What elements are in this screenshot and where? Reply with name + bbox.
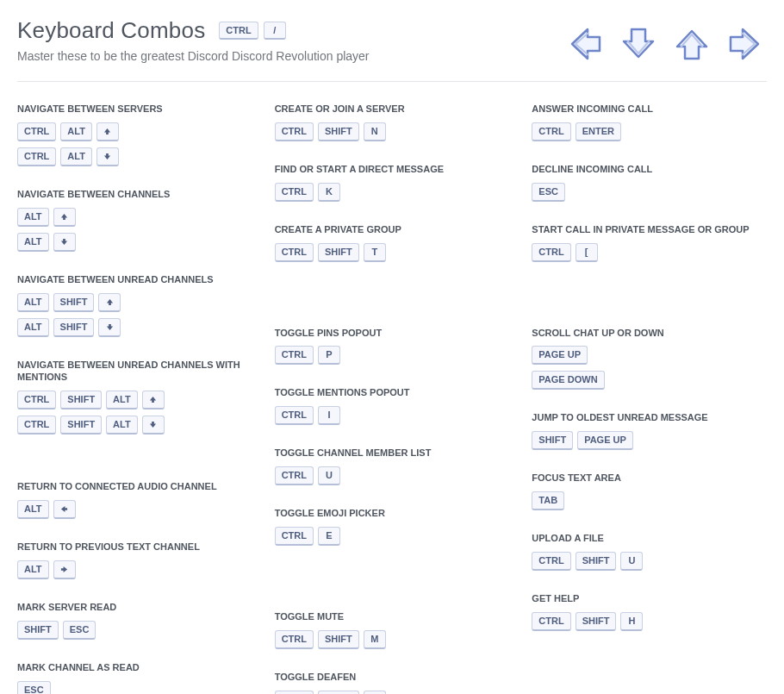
key-combo: CTRLU xyxy=(275,466,510,485)
keycap: PAGE UP xyxy=(532,346,588,365)
shortcut-group: RETURN TO CONNECTED AUDIO CHANNELALT xyxy=(17,480,252,525)
shortcut-group: GET HELPCTRLSHIFTH xyxy=(532,592,767,637)
keycap: ALT xyxy=(106,416,138,435)
keycap: SHIFT xyxy=(576,612,617,631)
key-combo: CTRLSHIFTM xyxy=(275,630,510,649)
shortcut-group: MARK CHANNEL AS READESC xyxy=(17,661,252,694)
keycap: E xyxy=(318,527,340,546)
keycap: M xyxy=(364,630,386,649)
ddr-arrows xyxy=(563,17,767,66)
ddr-arrow-up-icon xyxy=(670,22,713,66)
keycap: PAGE UP xyxy=(577,431,633,450)
ddr-arrow-down-icon xyxy=(617,22,660,66)
keycap: CTRL xyxy=(17,122,56,141)
shortcut-column: ANSWER INCOMING CALLCTRLENTERDECLINE INC… xyxy=(532,103,767,694)
keycap-arrow-up-icon xyxy=(53,208,76,227)
shortcut-label: UPLOAD A FILE xyxy=(532,532,767,545)
shortcut-group: DECLINE INCOMING CALLESC xyxy=(532,163,767,208)
keycap: CTRL xyxy=(275,527,314,546)
shortcut-group: ANSWER INCOMING CALLCTRLENTER xyxy=(532,103,767,147)
spacer xyxy=(532,284,767,327)
keycap-arrow-up-icon xyxy=(142,391,165,410)
key-combo: CTRLE xyxy=(275,527,510,546)
key-combo: CTRL[ xyxy=(532,243,767,262)
key-combo: CTRLSHIFTD xyxy=(275,691,510,694)
keycap: CTRL xyxy=(275,466,314,485)
keycap: T xyxy=(364,243,386,262)
shortcut-group: START CALL IN PRIVATE MESSAGE OR GROUPCT… xyxy=(532,223,767,268)
shortcut-group: TOGGLE MENTIONS POPOUTCTRLI xyxy=(275,386,510,431)
keycap: ALT xyxy=(17,208,49,227)
shortcut-group: CREATE OR JOIN A SERVERCTRLSHIFTN xyxy=(275,103,510,147)
page-subtitle: Master these to be the greatest Discord … xyxy=(17,49,563,63)
keycap: P xyxy=(318,346,340,365)
shortcut-label: MARK SERVER READ xyxy=(17,601,252,614)
key-combo: ALT xyxy=(17,500,252,519)
key-combo: PAGE DOWN xyxy=(532,371,767,390)
keycap: SHIFT xyxy=(532,431,573,450)
shortcut-group: TOGGLE DEAFENCTRLSHIFTD xyxy=(275,671,510,694)
key-combo: CTRLP xyxy=(275,346,510,365)
key-combo: ALTSHIFT xyxy=(17,318,252,337)
keycap: SHIFT xyxy=(53,318,95,337)
shortcut-label: TOGGLE DEAFEN xyxy=(275,671,510,684)
shortcut-label: NAVIGATE BETWEEN UNREAD CHANNELS WITH ME… xyxy=(17,359,252,385)
shortcut-group: NAVIGATE BETWEEN SERVERSCTRLALTCTRLALT xyxy=(17,103,252,172)
key-combo: ESC xyxy=(17,681,252,694)
ddr-arrow-right-icon xyxy=(724,22,767,66)
key-combo: CTRLSHIFTU xyxy=(532,552,767,571)
key-combo: ALT xyxy=(17,233,252,252)
shortcut-label: TOGGLE EMOJI PICKER xyxy=(275,507,510,520)
shortcut-label: RETURN TO CONNECTED AUDIO CHANNEL xyxy=(17,480,252,493)
shortcut-label: ANSWER INCOMING CALL xyxy=(532,103,767,116)
spacer xyxy=(275,567,510,610)
key-combo: CTRLK xyxy=(275,183,510,202)
keycap: ALT xyxy=(17,500,49,519)
keycap: ALT xyxy=(17,560,49,579)
shortcut-group: FIND OR START A DIRECT MESSAGECTRLK xyxy=(275,163,510,208)
keycap: K xyxy=(318,183,340,202)
keycap: SHIFT xyxy=(318,630,359,649)
keycap: D xyxy=(364,691,386,694)
shortcut-label: CREATE OR JOIN A SERVER xyxy=(275,103,510,116)
keycap: ESC xyxy=(63,621,96,640)
keycap: / xyxy=(264,22,286,40)
shortcut-group: TOGGLE MUTECTRLSHIFTM xyxy=(275,610,510,655)
shortcut-label: TOGGLE CHANNEL MEMBER LIST xyxy=(275,447,510,460)
key-combo: SHIFTESC xyxy=(17,621,252,640)
keycap: U xyxy=(318,466,340,485)
keycap: ENTER xyxy=(576,122,621,141)
key-combo: CTRLI xyxy=(275,406,510,425)
shortcut-label: RETURN TO PREVIOUS TEXT CHANNEL xyxy=(17,541,252,553)
keycap: SHIFT xyxy=(60,391,102,410)
keycap: CTRL xyxy=(532,122,570,141)
keycap: H xyxy=(620,612,643,631)
key-combo: TAB xyxy=(532,491,767,510)
keycap-arrow-down-icon xyxy=(98,318,121,337)
keycap: CTRL xyxy=(275,183,314,202)
shortcut-group: RETURN TO PREVIOUS TEXT CHANNELALT xyxy=(17,541,252,585)
shortcut-label: CREATE A PRIVATE GROUP xyxy=(275,223,510,236)
shortcut-label: FOCUS TEXT AREA xyxy=(532,472,767,485)
keycap: SHIFT xyxy=(17,621,59,640)
shortcut-label: NAVIGATE BETWEEN CHANNELS xyxy=(17,188,252,201)
keycap: CTRL xyxy=(275,406,314,425)
keycap-arrow-down-icon xyxy=(96,147,119,166)
keycap-arrow-up-icon xyxy=(96,122,119,141)
keycap: [ xyxy=(576,243,598,262)
shortcut-label: SCROLL CHAT UP OR DOWN xyxy=(532,327,767,340)
shortcut-group: TOGGLE CHANNEL MEMBER LISTCTRLU xyxy=(275,447,510,491)
shortcut-label: TOGGLE MENTIONS POPOUT xyxy=(275,386,510,399)
shortcut-group: NAVIGATE BETWEEN UNREAD CHANNELSALTSHIFT… xyxy=(17,273,252,343)
keycap: CTRL xyxy=(17,416,56,435)
keycap-arrow-up-icon xyxy=(98,293,121,312)
keycap: CTRL xyxy=(219,22,258,40)
shortcut-group: MARK SERVER READSHIFTESC xyxy=(17,601,252,646)
key-combo: CTRLENTER xyxy=(532,122,767,141)
shortcut-group: SCROLL CHAT UP OR DOWNPAGE UPPAGE DOWN xyxy=(532,327,767,397)
keycap: ALT xyxy=(17,318,49,337)
shortcut-label: FIND OR START A DIRECT MESSAGE xyxy=(275,163,510,176)
key-combo: CTRLSHIFTH xyxy=(532,612,767,631)
shortcut-column: CREATE OR JOIN A SERVERCTRLSHIFTNFIND OR… xyxy=(275,103,510,694)
keycap: ALT xyxy=(106,391,138,410)
